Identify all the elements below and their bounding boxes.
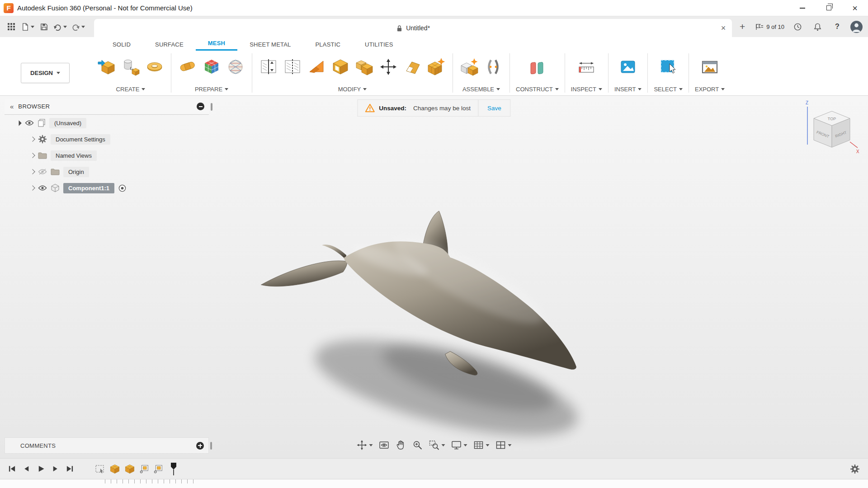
go-to-start-button[interactable] xyxy=(8,465,16,473)
save-button[interactable] xyxy=(37,19,51,34)
browser-root-label[interactable]: (Unsaved) xyxy=(49,118,86,128)
eye-icon[interactable] xyxy=(25,120,34,126)
add-comment-button[interactable] xyxy=(196,442,204,450)
viewports-button[interactable] xyxy=(495,440,512,450)
document-tab[interactable]: Untitled* × xyxy=(94,19,732,37)
eye-icon[interactable] xyxy=(38,185,47,191)
app-launcher-button[interactable] xyxy=(5,19,18,34)
capture-group-feature[interactable] xyxy=(94,464,105,474)
tab-solid[interactable]: SOLID xyxy=(100,38,143,51)
redo-button[interactable] xyxy=(70,19,87,34)
browser-row-component[interactable]: Component1:1 xyxy=(5,180,209,196)
new-component-button[interactable] xyxy=(459,57,480,76)
group-label-prepare[interactable]: PREPARE xyxy=(195,83,228,95)
expand-caret-icon[interactable] xyxy=(30,136,35,141)
group-label-inspect[interactable]: INSPECT xyxy=(571,83,602,95)
split-mesh-button[interactable] xyxy=(282,57,303,76)
account-avatar[interactable] xyxy=(850,21,863,33)
workspace-switcher-button[interactable]: DESIGN xyxy=(21,63,70,83)
document-settings-label[interactable]: Document Settings xyxy=(51,134,110,145)
move-copy-button[interactable] xyxy=(378,57,399,76)
timeline-position-marker[interactable] xyxy=(170,462,177,476)
job-status-button[interactable]: 9 of 10 xyxy=(755,23,784,31)
group-label-export[interactable]: EXPORT xyxy=(695,83,725,95)
look-at-button[interactable] xyxy=(379,440,390,450)
pan-button[interactable] xyxy=(396,440,406,450)
zoom-button[interactable] xyxy=(412,440,423,450)
model-viewport[interactable]: « BROWSER (Unsaved) Document Settings xyxy=(0,96,868,458)
recent-files-button[interactable] xyxy=(791,19,804,34)
create-mesh-button[interactable] xyxy=(120,57,141,76)
repair-mesh-button[interactable] xyxy=(177,57,198,76)
plane-cut-button[interactable] xyxy=(258,57,279,76)
close-button[interactable]: × xyxy=(842,0,868,16)
new-tab-button[interactable]: + xyxy=(736,19,749,34)
select-button[interactable] xyxy=(658,57,679,76)
step-forward-button[interactable] xyxy=(52,465,59,473)
timeline-settings-button[interactable] xyxy=(850,464,860,474)
joint-button[interactable] xyxy=(483,57,504,76)
timeline-ruler[interactable] xyxy=(0,479,868,488)
expanded-arrow-icon[interactable] xyxy=(16,120,21,126)
browser-row-root[interactable]: (Unsaved) xyxy=(5,115,209,131)
group-label-select[interactable]: SELECT xyxy=(654,83,683,95)
notifications-button[interactable] xyxy=(811,19,824,34)
display-settings-button[interactable] xyxy=(451,440,467,450)
tab-sheet-metal[interactable]: SHEET METAL xyxy=(237,38,303,51)
browser-collapse-button[interactable] xyxy=(197,103,204,110)
origin-label[interactable]: Origin xyxy=(63,167,89,177)
browser-row-named-views[interactable]: Named Views xyxy=(5,147,209,164)
browser-header[interactable]: « BROWSER xyxy=(5,99,209,115)
expand-caret-icon[interactable] xyxy=(30,169,35,174)
eye-hidden-icon[interactable] xyxy=(38,169,47,175)
export-button[interactable] xyxy=(699,57,720,76)
tab-surface[interactable]: SURFACE xyxy=(143,38,196,51)
base-feature[interactable] xyxy=(153,464,163,474)
comments-resize-handle[interactable] xyxy=(210,442,212,450)
measure-button[interactable] xyxy=(576,57,597,76)
combine-mesh-button[interactable] xyxy=(354,57,375,76)
browser-row-origin[interactable]: Origin xyxy=(5,164,209,180)
minimize-button[interactable] xyxy=(789,0,816,16)
mesh-feature[interactable] xyxy=(124,464,135,474)
restore-button[interactable] xyxy=(816,0,842,16)
step-back-button[interactable] xyxy=(23,465,30,473)
comments-panel[interactable]: COMMENTS xyxy=(5,437,209,454)
grid-snaps-button[interactable] xyxy=(473,440,490,450)
tab-utilities[interactable]: UTILITIES xyxy=(353,38,405,51)
group-label-assemble[interactable]: ASSEMBLE xyxy=(462,83,500,95)
file-menu-button[interactable] xyxy=(19,19,36,34)
group-label-create[interactable]: CREATE xyxy=(116,83,146,95)
expand-caret-icon[interactable] xyxy=(30,185,35,190)
smooth-mesh-button[interactable] xyxy=(426,57,447,76)
zoom-window-button[interactable] xyxy=(429,440,445,450)
reduce-button[interactable] xyxy=(225,57,246,76)
help-button[interactable]: ? xyxy=(830,19,844,34)
orbit-button[interactable] xyxy=(357,440,373,450)
tessellate-button[interactable] xyxy=(201,57,222,76)
browser-resize-handle[interactable] xyxy=(211,103,212,111)
shell-mesh-button[interactable] xyxy=(330,57,351,76)
browser-row-document-settings[interactable]: Document Settings xyxy=(5,131,209,147)
group-label-modify[interactable]: MODIFY xyxy=(338,83,367,95)
base-feature[interactable] xyxy=(139,464,149,474)
insert-canvas-button[interactable] xyxy=(618,57,638,76)
tab-close-button[interactable]: × xyxy=(721,24,726,32)
insert-mesh-button[interactable] xyxy=(96,57,117,76)
create-mesh-form-button[interactable] xyxy=(144,57,165,76)
mesh-feature[interactable] xyxy=(109,464,120,474)
activate-component-radio-icon[interactable] xyxy=(118,184,127,192)
viewcube[interactable]: Z TOP FRONT RIGHT X xyxy=(798,99,862,156)
play-button[interactable] xyxy=(37,465,45,473)
named-views-label[interactable]: Named Views xyxy=(51,150,97,161)
component-label[interactable]: Component1:1 xyxy=(63,183,114,193)
save-link[interactable]: Save xyxy=(478,100,510,116)
erase-and-fill-button[interactable] xyxy=(306,57,327,76)
replace-face-button[interactable] xyxy=(402,57,423,76)
group-label-construct[interactable]: CONSTRUCT xyxy=(516,83,559,95)
construct-plane-button[interactable] xyxy=(527,57,547,76)
go-to-end-button[interactable] xyxy=(66,465,74,473)
collapse-panel-icon[interactable]: « xyxy=(10,103,14,110)
expand-caret-icon[interactable] xyxy=(30,153,35,158)
group-label-insert[interactable]: INSERT xyxy=(614,83,642,95)
